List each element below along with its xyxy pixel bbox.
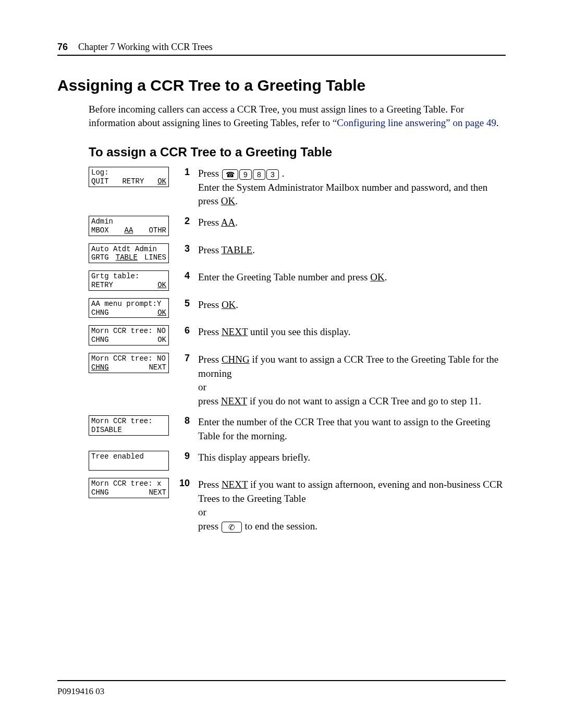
step-text: Enter the Greeting Table number and pres… [198,270,506,285]
digit-key: 3 [266,169,279,180]
step-text: Enter the number of the CCR Tree that yo… [198,415,506,443]
softkey: NEXT [149,488,166,497]
lcd-line1: Grtg table: [91,272,166,281]
softkey: CHNG [91,363,109,372]
lcd-line1: Tree enabled [91,452,166,461]
step-row: AdminMBOXAAOTHR2Press AA. [89,216,506,236]
lcd-line2: QUITRETRYOK [91,177,166,186]
lcd-line2 [91,461,166,470]
lcd-display: AdminMBOXAAOTHR [89,216,169,236]
digit-key: 8 [253,169,265,180]
softkey: OK [157,336,166,344]
softkey: OTHR [149,226,166,235]
lcd-display: Grtg table:RETRY OK [89,270,169,291]
page-number: 76 [57,42,68,52]
step-number: 10 [177,478,190,489]
step-text: Press CHNG if you want to assign a CCR T… [198,353,506,408]
step-row: Log:QUITRETRYOK1Press ☎983 .Enter the Sy… [89,167,506,208]
step-number: 1 [177,167,190,178]
step-text: Press OK. [198,298,506,312]
intro-text-2: . [496,117,499,128]
lcd-line2: CHNG NEXT [91,488,166,497]
softkey: OK [157,281,166,290]
step-row: AA menu prompt:YCHNG OK5Press OK. [89,298,506,318]
lcd-line1: AA menu prompt:Y [91,300,166,309]
lcd-display: Morn CCR tree: NOCHNG NEXT [89,353,169,373]
softkey: TABLE [116,253,138,262]
softkey: CHNG [91,488,109,497]
step-number: 7 [177,353,190,364]
step-row: Grtg table:RETRY OK4Enter the Greeting T… [89,270,506,291]
step-number: 9 [177,451,190,462]
step-row: Morn CCR tree: xCHNG NEXT10Press NEXT if… [89,478,506,533]
lcd-line1: Morn CCR tree: NO [91,354,166,363]
page-header: 76 Chapter 7 Working with CCR Trees [57,42,506,56]
document-id: P0919416 03 [57,686,104,697]
step-row: Morn CCR tree: NOCHNG OK6Press NEXT unti… [89,325,506,346]
feature-key-icon: ☎ [222,169,238,180]
softkey: OK [157,177,166,186]
step-number: 8 [177,415,190,426]
step-text: Press AA. [198,216,506,230]
chapter-label: Chapter 7 Working with CCR Trees [78,42,213,52]
softkey: DISABLE [91,426,122,435]
lcd-line1: Morn CCR tree: x [91,479,166,488]
intro-link[interactable]: “Configuring line answering” on page 49 [333,117,496,128]
footer-rule [57,680,506,681]
lcd-display: Morn CCR tree: xCHNG NEXT [89,478,169,498]
softkey: RETRY [91,281,113,290]
step-row: Morn CCR tree: NOCHNG NEXT7Press CHNG if… [89,353,506,408]
lcd-line2: DISABLE [91,426,166,435]
softkey: RETRY [122,177,144,186]
intro-paragraph: Before incoming callers can access a CCR… [89,103,506,129]
step-number: 4 [177,270,190,281]
step-row: Auto Atdt AdminGRTGTABLELINES3Press TABL… [89,243,506,264]
lcd-display: Tree enabled [89,451,169,471]
softkey: LINES [144,253,166,262]
softkey: QUIT [91,177,109,186]
digit-key: 9 [239,169,252,180]
softkey: CHNG [91,336,109,344]
step-number: 3 [177,243,190,254]
page: 76 Chapter 7 Working with CCR Trees Assi… [0,0,563,728]
lcd-display: Morn CCR tree:DISABLE [89,415,169,436]
step-row: Tree enabled 9This display appears brief… [89,451,506,471]
step-text: Press NEXT if you want to assign afterno… [198,478,506,533]
step-text: Press TABLE. [198,243,506,257]
lcd-line1: Auto Atdt Admin [91,245,166,254]
lcd-line1: Admin [91,217,166,226]
lcd-display: Log:QUITRETRYOK [89,167,169,187]
softkey: AA [125,226,133,235]
softkey: MBOX [91,226,109,235]
page-title: Assigning a CCR Tree to a Greeting Table [57,77,506,94]
lcd-line2: CHNG OK [91,309,166,317]
lcd-display: AA menu prompt:YCHNG OK [89,298,169,318]
softkey: OK [157,309,166,317]
step-text: Press ☎983 .Enter the System Administrat… [198,167,506,208]
lcd-line2: GRTGTABLELINES [91,253,166,262]
lcd-line2: CHNG OK [91,336,166,344]
lcd-line1: Morn CCR tree: NO [91,327,166,336]
lcd-line1: Morn CCR tree: [91,417,166,426]
lcd-line2: CHNG NEXT [91,363,166,372]
step-number: 5 [177,298,190,309]
steps-list: Log:QUITRETRYOK1Press ☎983 .Enter the Sy… [89,167,506,533]
softkey: GRTG [91,253,109,262]
subsection-title: To assign a CCR Tree to a Greeting Table [89,145,506,159]
step-row: Morn CCR tree:DISABLE 8Enter the number … [89,415,506,443]
step-number: 6 [177,325,190,336]
lcd-line1: Log: [91,168,166,177]
softkey: NEXT [149,363,166,372]
step-text: This display appears briefly. [198,451,506,465]
lcd-line2: MBOXAAOTHR [91,226,166,235]
step-text: Press NEXT until you see this display. [198,325,506,339]
lcd-display: Morn CCR tree: NOCHNG OK [89,325,169,346]
lcd-display: Auto Atdt AdminGRTGTABLELINES [89,243,169,264]
softkey: CHNG [91,309,109,317]
step-number: 2 [177,216,190,227]
lcd-line2: RETRY OK [91,281,166,290]
